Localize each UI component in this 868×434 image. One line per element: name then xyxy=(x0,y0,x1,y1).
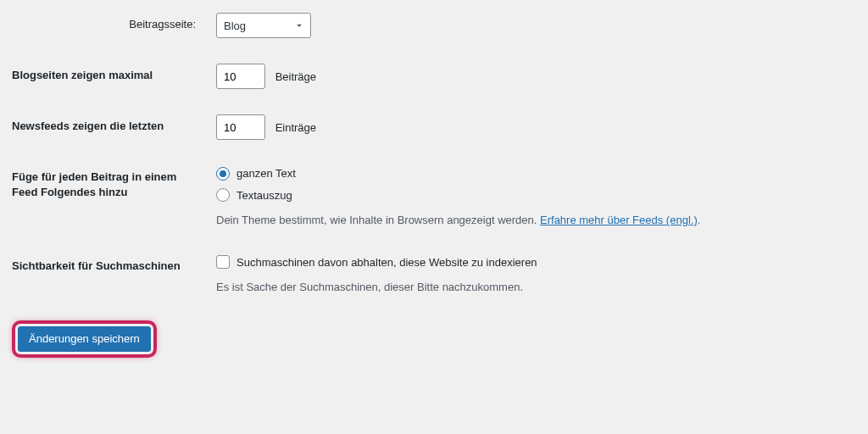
feed-full-label: ganzen Text xyxy=(236,165,296,182)
feed-learn-more-link[interactable]: Erfahre mehr über Feeds (engl.) xyxy=(540,214,698,226)
newsfeeds-recent-suffix: Einträge xyxy=(275,121,316,134)
search-visibility-description: Es ist Sache der Suchmaschinen, dieser B… xyxy=(216,279,860,296)
search-visibility-label: Sichtbarkeit für Suchmaschinen xyxy=(0,242,208,309)
feed-desc-prefix: Dein Theme bestimmt, wie Inhalte in Brow… xyxy=(216,214,540,226)
newsfeeds-recent-label: Newsfeeds zeigen die letzten xyxy=(0,102,208,153)
submit-area: Änderungen speichern xyxy=(0,309,868,370)
feed-full-radio[interactable] xyxy=(216,167,230,181)
posts-page-label: Beitragsseite: xyxy=(0,0,208,51)
blog-pages-max-label: Blogseiten zeigen maximal xyxy=(0,51,208,102)
submit-highlight: Änderungen speichern xyxy=(12,320,157,358)
newsfeeds-recent-input[interactable] xyxy=(216,114,265,140)
posts-page-select[interactable]: Blog xyxy=(216,13,311,38)
feed-description: Dein Theme bestimmt, wie Inhalte in Brow… xyxy=(216,212,860,229)
feed-content-label: Füge für jeden Beitrag in einem Feed Fol… xyxy=(0,153,208,242)
feed-excerpt-radio[interactable] xyxy=(216,188,230,202)
save-changes-button[interactable]: Änderungen speichern xyxy=(18,326,151,352)
search-visibility-checkbox-label: Suchmaschinen davon abhalten, diese Webs… xyxy=(236,254,537,271)
search-visibility-checkbox[interactable] xyxy=(216,255,230,269)
blog-pages-max-suffix: Beiträge xyxy=(275,70,316,83)
feed-desc-suffix: . xyxy=(698,214,701,226)
blog-pages-max-input[interactable] xyxy=(216,64,265,89)
settings-form-table: Beitragsseite: Blog Blogseiten zeigen ma… xyxy=(0,0,868,309)
feed-excerpt-label: Textauszug xyxy=(236,187,292,204)
